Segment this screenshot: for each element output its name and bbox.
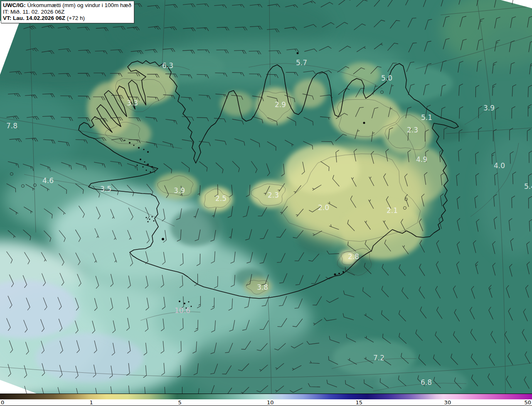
islet: [146, 170, 147, 171]
islet: [153, 220, 155, 222]
contour-value-label: 3.9: [483, 104, 495, 112]
colorbar-tick-labels: 01510153050: [0, 399, 532, 406]
islet: [338, 273, 340, 274]
contour-value-label: 7.2: [373, 354, 384, 362]
islet: [129, 142, 131, 144]
islet: [184, 303, 185, 304]
contour-value-label: 5.0: [381, 74, 392, 82]
contour-value-label: 2.0: [318, 203, 329, 212]
islet: [179, 301, 180, 302]
contour-value-label: 4.0: [494, 161, 505, 170]
islet: [146, 217, 147, 218]
colorbar-tick-label: 50: [524, 399, 531, 406]
islet: [150, 171, 151, 173]
contour-value-label: 2.3: [407, 126, 418, 134]
contour-value-label: 5.4: [524, 182, 532, 191]
islet: [133, 145, 135, 146]
contour-value-label: 2.5: [215, 194, 227, 203]
islet: [297, 52, 299, 54]
islet: [188, 301, 190, 303]
product-title: Úrkomumætti (mm) og vindur i 100m hæð: [27, 2, 132, 8]
islet: [363, 122, 365, 124]
contour-value-label: 2.1: [387, 206, 398, 215]
islet: [149, 219, 150, 220]
islet: [137, 165, 138, 166]
weather-map-product: 6.35.75.03.32.93.95.12.37.84.94.04.63.53…: [0, 0, 532, 406]
valid-time: VT: Lau. 14.02.2026 06Z: [3, 15, 65, 21]
contour-value-label: 3.8: [257, 283, 268, 291]
precipitation-colorbar: 01510153050: [0, 394, 532, 406]
product-header-box: UWC/IG: Úrkomumætti (mm) og vindur i 100…: [1, 1, 134, 23]
colorbar-tick-label: 10: [267, 399, 274, 406]
valid-time-line: VT: Lau. 14.02.2026 06Z (+72 h): [3, 15, 131, 22]
precip-field-blob: [285, 144, 360, 194]
contour-value-label: 4.9: [416, 155, 427, 164]
contour-value-label: 2.3: [268, 191, 279, 199]
contour-value-label: 2.8: [348, 252, 359, 261]
contour-value-label: 5.7: [296, 59, 307, 67]
contour-value-label: 4.6: [42, 176, 54, 185]
islet: [334, 274, 336, 276]
precip-field-blob: [220, 91, 254, 116]
islet: [140, 159, 141, 160]
colorbar-tick-label: 15: [355, 399, 362, 406]
precip-field-blob: [343, 62, 380, 87]
islet: [138, 147, 140, 149]
contour-value-label: 3.5: [100, 185, 111, 193]
contour-value-label: 5.1: [421, 113, 432, 122]
islet: [162, 238, 164, 240]
colorbar-tick-label: 30: [444, 399, 451, 406]
product-code: UWC/IG:: [3, 2, 26, 8]
precipitation-wind-map: 6.35.75.03.32.93.95.12.37.84.94.04.63.53…: [0, 0, 532, 394]
islet: [143, 166, 144, 168]
islet: [152, 216, 153, 218]
init-time: IT: Mið. 11. 02. 2026 06Z: [3, 9, 64, 15]
islet: [147, 151, 149, 153]
islet: [124, 140, 126, 141]
colorbar-tick-label: 1: [89, 399, 93, 406]
islet: [144, 161, 145, 163]
valid-offset: (+72 h): [67, 15, 85, 21]
contour-value-label: 6.3: [162, 61, 173, 70]
product-title-line: UWC/IG: Úrkomumætti (mm) og vindur i 100…: [3, 2, 131, 9]
colorbar-gradient: [0, 394, 532, 399]
islet: [191, 306, 192, 307]
init-time-line: IT: Mið. 11. 02. 2026 06Z: [3, 9, 131, 15]
islet: [148, 221, 149, 223]
contour-value-label: 2.9: [275, 100, 286, 109]
precip-field-blob: [293, 79, 326, 108]
contour-value-label: 7.8: [6, 122, 17, 130]
contour-value-label: 3.9: [174, 186, 185, 195]
colorbar-tick-label: 0: [1, 399, 4, 406]
islet: [143, 149, 145, 150]
colorbar-tick-label: 5: [178, 399, 182, 406]
islet: [342, 271, 344, 273]
contour-value-label: 6.8: [421, 378, 432, 386]
precip-field-layer: [0, 0, 532, 394]
contour-value-label: 3.3: [127, 99, 138, 107]
contour-value-label: 10.6: [175, 306, 190, 315]
map-area: 6.35.75.03.32.93.95.12.37.84.94.04.63.53…: [0, 0, 532, 394]
precip-field-blob: [155, 173, 198, 199]
